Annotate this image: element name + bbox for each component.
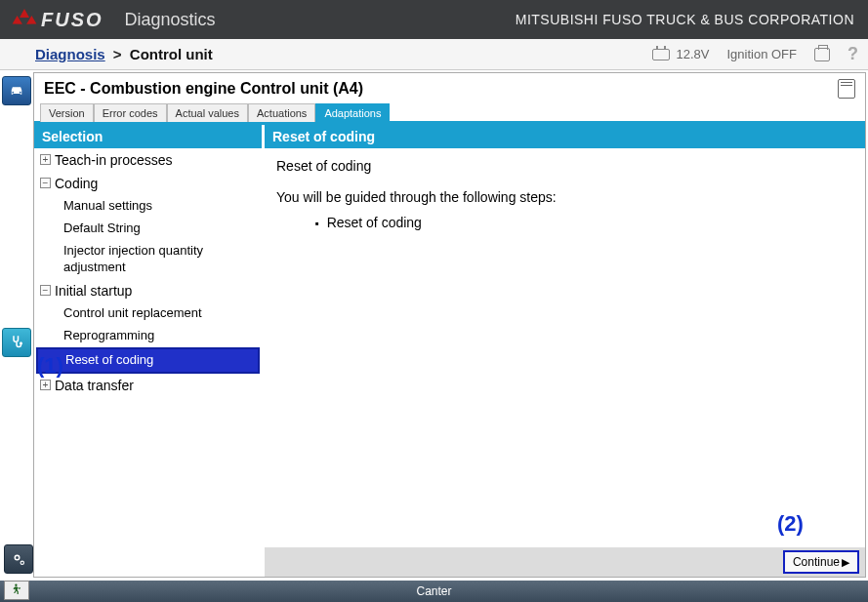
- panes: Selection +Teach-in processes−CodingManu…: [34, 125, 865, 577]
- collapse-icon[interactable]: −: [40, 285, 51, 296]
- brand-text: FUSO: [41, 9, 103, 31]
- breadcrumb-current: Control unit: [130, 46, 213, 62]
- fuso-logo: FUSO: [14, 9, 103, 31]
- tree-item-label: Default String: [63, 221, 141, 237]
- continue-label: Continue: [793, 555, 840, 569]
- tree-item[interactable]: +Data transfer: [34, 374, 262, 397]
- settings-button[interactable]: [4, 544, 33, 574]
- tab-actuations[interactable]: Actuations: [248, 103, 315, 122]
- battery-status: 12.8V: [652, 47, 709, 61]
- tree-item-label: Teach-in processes: [55, 151, 173, 169]
- tree-item[interactable]: −Coding: [34, 172, 262, 195]
- status-bar: Canter: [0, 581, 868, 602]
- tab-error-codes[interactable]: Error codes: [94, 103, 167, 122]
- step-item: Reset of coding: [315, 215, 853, 230]
- detail-footer: Continue ▶: [265, 547, 865, 577]
- tab-actual-values[interactable]: Actual values: [167, 103, 248, 122]
- toolbar-status: 12.8V Ignition OFF ?: [652, 44, 858, 64]
- battery-icon: [652, 49, 670, 60]
- tree-item[interactable]: −Initial startup: [34, 279, 262, 302]
- continue-button[interactable]: Continue ▶: [783, 550, 859, 574]
- diagnostics-button[interactable]: [2, 328, 31, 357]
- selection-pane: Selection +Teach-in processes−CodingManu…: [34, 125, 265, 577]
- selection-tree[interactable]: +Teach-in processes−CodingManual setting…: [34, 148, 262, 577]
- car-icon: [8, 82, 25, 100]
- mitsubishi-logo-icon: [14, 9, 35, 30]
- tree-item-label: Injector injection quantity adjustment: [63, 243, 258, 276]
- vehicle-name: Canter: [416, 584, 451, 598]
- detail-intro: You will be guided through the following…: [276, 189, 853, 205]
- document-icon[interactable]: [838, 79, 855, 99]
- expand-icon[interactable]: +: [40, 154, 51, 165]
- app-header: FUSO Diagnostics MITSUBISHI FUSO TRUCK &…: [0, 0, 868, 39]
- tree-item-label: Control unit replacement: [63, 305, 202, 322]
- content-panel: EEC - Combustion engine Control unit (A4…: [33, 72, 866, 578]
- tree-item[interactable]: +Teach-in processes: [34, 148, 262, 172]
- gears-icon: [10, 550, 27, 568]
- selection-header: Selection: [34, 125, 262, 148]
- brand-block: FUSO Diagnostics: [14, 9, 216, 31]
- detail-header: Reset of coding: [265, 125, 865, 148]
- collapse-icon[interactable]: −: [40, 178, 51, 188]
- tree-item[interactable]: Control unit replacement: [34, 302, 262, 325]
- tree-item-label: Data transfer: [55, 377, 134, 394]
- running-man-icon: [9, 583, 24, 597]
- voltage-value: 12.8V: [676, 47, 709, 61]
- app-name: Diagnostics: [125, 10, 216, 30]
- tree-item-label: Coding: [55, 175, 98, 192]
- tree-item-label: Reprogramming: [63, 328, 154, 344]
- tree-item[interactable]: Default String: [34, 218, 262, 240]
- icon-rail: [0, 70, 33, 578]
- detail-heading: Reset of coding: [276, 158, 853, 174]
- breadcrumb-root-link[interactable]: Diagnosis: [35, 46, 105, 62]
- detail-steps: Reset of coding: [315, 215, 853, 230]
- ignition-status: Ignition OFF: [726, 47, 797, 61]
- play-icon: ▶: [842, 556, 849, 569]
- detail-pane: Reset of coding Reset of coding You will…: [265, 125, 865, 577]
- toolbar: Diagnosis > Control unit 12.8V Ignition …: [0, 39, 868, 70]
- vehicle-button[interactable]: [2, 76, 31, 105]
- breadcrumb: Diagnosis > Control unit: [35, 46, 213, 62]
- help-icon[interactable]: ?: [847, 44, 858, 64]
- tab-adaptations[interactable]: Adaptations: [315, 103, 390, 122]
- title-row: EEC - Combustion engine Control unit (A4…: [34, 73, 865, 102]
- expand-icon[interactable]: +: [40, 380, 51, 390]
- corporation-text: MITSUBISHI FUSO TRUCK & BUS CORPORATION: [516, 12, 854, 27]
- tree-item[interactable]: Manual settings: [34, 195, 262, 218]
- tree-item[interactable]: Reprogramming: [34, 325, 262, 347]
- main-area: EEC - Combustion engine Control unit (A4…: [0, 70, 868, 578]
- detail-body: Reset of coding You will be guided throu…: [265, 148, 865, 547]
- stethoscope-icon: [8, 334, 25, 351]
- tree-item[interactable]: Reset of coding: [36, 347, 260, 374]
- print-icon[interactable]: [814, 48, 830, 61]
- tree-item-label: Reset of coding: [65, 352, 153, 369]
- breadcrumb-sep: >: [113, 46, 122, 62]
- tabs-row: VersionError codesActual valuesActuation…: [34, 102, 865, 125]
- tree-item-label: Manual settings: [63, 198, 152, 215]
- page-title: EEC - Combustion engine Control unit (A4…: [44, 80, 363, 98]
- tree-item-label: Initial startup: [55, 282, 132, 300]
- tab-version[interactable]: Version: [40, 103, 94, 122]
- exit-button[interactable]: [4, 581, 29, 600]
- tree-item[interactable]: Injector injection quantity adjustment: [34, 240, 262, 279]
